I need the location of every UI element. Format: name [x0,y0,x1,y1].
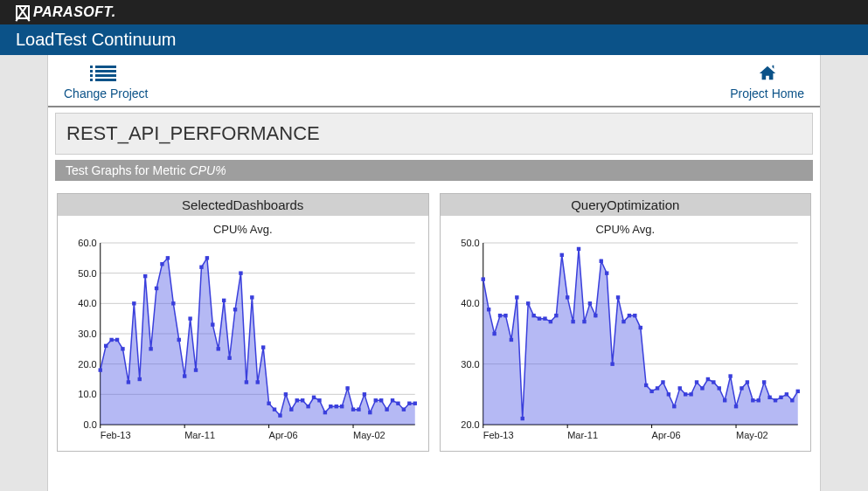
svg-rect-31 [138,377,142,381]
svg-rect-124 [621,320,625,323]
svg-text:Apr-06: Apr-06 [269,430,298,440]
parasoft-logo-icon [16,5,30,19]
project-title: REST_API_PERFORMANCE [55,113,813,155]
svg-rect-55 [273,407,276,411]
svg-rect-56 [278,413,281,417]
svg-text:0.0: 0.0 [83,419,96,430]
svg-text:Feb-13: Feb-13 [101,430,131,440]
svg-rect-148 [756,398,760,402]
svg-text:Mar-11: Mar-11 [184,430,215,440]
svg-rect-153 [784,392,788,396]
svg-rect-50 [245,380,248,384]
svg-rect-144 [733,405,737,408]
svg-rect-133 [672,405,676,408]
svg-rect-99 [481,277,484,280]
top-bar: PARASOFT. [0,0,868,24]
svg-text:10.0: 10.0 [78,389,96,399]
home-icon [730,64,804,86]
svg-rect-155 [795,390,799,393]
svg-rect-27 [115,338,119,342]
svg-rect-147 [751,398,754,402]
chart-panel-0: SelectedDashboards CPU% Avg. 0.010.020.0… [57,193,429,452]
svg-text:May-02: May-02 [353,430,385,440]
brand-logo: PARASOFT. [16,4,116,20]
svg-rect-127 [638,326,642,329]
change-project-link[interactable]: Change Project [64,64,149,100]
chart-1-title: CPU% Avg. [446,223,806,236]
chart-1-plot: 20.030.040.050.0Feb-13Mar-11Apr-06May-02 [446,238,806,447]
app-title-bar: LoadTest Continuum [0,24,868,55]
svg-text:60.0: 60.0 [78,238,96,248]
svg-rect-43 [205,256,209,259]
svg-rect-135 [683,392,686,396]
svg-rect-76 [391,398,394,402]
svg-rect-119 [594,314,597,317]
svg-rect-65 [329,405,332,408]
svg-rect-112 [554,314,558,317]
svg-rect-138 [700,386,704,390]
svg-rect-32 [143,274,147,278]
svg-rect-29 [127,380,130,384]
svg-rect-54 [267,402,270,405]
svg-text:50.0: 50.0 [78,268,96,279]
svg-rect-33 [149,347,152,350]
svg-rect-142 [722,398,726,402]
svg-text:Feb-13: Feb-13 [483,430,513,440]
svg-rect-47 [227,356,231,360]
svg-rect-71 [363,392,366,396]
svg-rect-80 [413,402,417,405]
chart-0-panel-title: SelectedDashboards [58,194,428,216]
svg-text:Apr-06: Apr-06 [651,430,680,440]
svg-rect-62 [312,396,316,399]
svg-rect-149 [761,380,765,384]
svg-rect-38 [177,338,181,342]
svg-rect-36 [166,256,170,259]
svg-rect-121 [604,271,608,274]
svg-rect-150 [767,396,771,399]
svg-rect-118 [587,301,591,305]
section-prefix: Test Graphs for Metric [66,163,190,177]
svg-rect-77 [396,402,399,405]
svg-rect-143 [728,374,732,377]
svg-rect-37 [171,301,175,305]
chart-0-title: CPU% Avg. [63,223,423,236]
svg-rect-64 [323,411,327,414]
svg-rect-139 [705,377,709,381]
svg-rect-152 [779,396,782,399]
svg-rect-130 [655,386,658,390]
svg-rect-109 [537,316,540,320]
svg-rect-116 [576,247,580,251]
content-panel: Change Project Project Home REST_API_PER… [47,55,821,491]
section-header: Test Graphs for Metric CPU% [55,160,813,181]
svg-rect-108 [531,314,535,317]
svg-rect-132 [666,392,670,396]
svg-rect-30 [132,301,135,305]
svg-rect-107 [525,301,529,305]
svg-text:30.0: 30.0 [461,359,479,370]
svg-rect-41 [194,368,198,371]
svg-rect-45 [217,347,220,350]
svg-rect-131 [661,380,664,384]
svg-rect-100 [486,308,490,311]
svg-rect-58 [289,407,293,411]
svg-rect-102 [497,314,501,317]
project-name-text: REST_API_PERFORMANCE [66,122,320,144]
svg-text:20.0: 20.0 [461,419,479,430]
svg-rect-60 [301,398,304,402]
svg-rect-66 [335,405,338,408]
svg-text:May-02: May-02 [736,430,768,440]
project-home-link[interactable]: Project Home [730,64,804,100]
svg-text:40.0: 40.0 [78,298,96,308]
toolbar: Change Project Project Home [48,55,820,107]
svg-rect-48 [233,308,237,311]
svg-rect-105 [515,295,518,299]
svg-rect-110 [543,316,546,320]
chart-0-plot: 0.010.020.030.040.050.060.0Feb-13Mar-11A… [63,238,423,447]
svg-rect-28 [121,347,124,350]
svg-rect-151 [773,398,776,402]
svg-rect-137 [694,380,698,384]
svg-rect-114 [565,295,568,299]
chart-1-panel-title: QueryOptimization [441,194,811,216]
project-home-label: Project Home [730,86,804,100]
svg-rect-136 [689,392,692,396]
